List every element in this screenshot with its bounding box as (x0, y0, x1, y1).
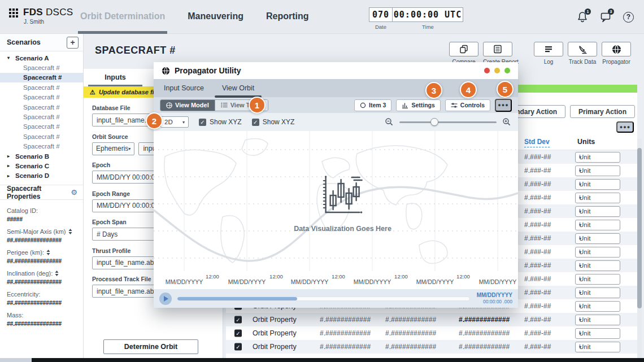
settings-button[interactable]: Settings (396, 99, 440, 111)
track-data-button[interactable]: Track Data (568, 42, 597, 65)
sidebar-item-spacecraft[interactable]: Spacecraft # (0, 132, 83, 141)
unit-select[interactable]: Unit▾ (575, 152, 620, 163)
sort-icon[interactable] (55, 271, 59, 276)
sidebar-item-scenario-a[interactable]: ▾ Scenario A (0, 53, 83, 63)
property-item: Catalog ID: ##### (7, 207, 76, 223)
unit-select[interactable]: Unit▾ (575, 247, 620, 258)
unit-select[interactable]: Unit▾ (575, 342, 620, 352)
unit-select[interactable]: Unit▾ (575, 328, 620, 339)
std-dev-value: #.###-## (524, 329, 551, 337)
table-row: ✓ Orbit Property #.############ #.######… (226, 340, 637, 354)
create-report-button[interactable]: Create Report (483, 42, 512, 65)
modal-more-button[interactable]: ●●● (495, 99, 512, 112)
sidebar-item-spacecraft[interactable]: Spacecraft # (0, 112, 83, 121)
unit-select[interactable]: Unit▾ (575, 287, 620, 298)
show-xyz-checkbox-2[interactable]: ✓ Show XYZ (252, 118, 295, 126)
tab-maneuvering[interactable]: Maneuvering (188, 0, 243, 34)
scrollbar-thumb[interactable] (637, 148, 642, 308)
sidebar-item-spacecraft[interactable]: Spacecraft # (0, 82, 83, 92)
playback-track[interactable] (177, 296, 470, 301)
tab-input-source[interactable]: Input Source (164, 84, 204, 92)
unit-select[interactable]: Unit▾ (575, 165, 620, 176)
modal-view-options: 2D ▾ ✓ Show XYZ ✓ Show XYZ (154, 113, 518, 131)
chevron-down-icon: ▾ (579, 304, 581, 309)
table-row: ✓ Orbit Property #.############ #.######… (226, 326, 637, 340)
chevron-right-icon: ▸ (7, 173, 12, 178)
tab-reporting[interactable]: Reporting (266, 0, 309, 34)
log-button[interactable]: Log (534, 42, 563, 65)
minimize-icon[interactable] (494, 68, 500, 73)
sidebar-item-spacecraft[interactable]: Spacecraft # (0, 73, 83, 82)
column-std-dev[interactable]: Std Dev (524, 138, 550, 147)
datetime-display: 070 Date 00:00:00 UTC Time (369, 7, 463, 30)
tab-inputs[interactable]: Inputs (88, 69, 142, 86)
controls-button[interactable]: Controls (445, 99, 490, 111)
row-checkbox[interactable]: ✓ (234, 343, 242, 351)
zoom-in-icon[interactable] (502, 117, 511, 127)
row-checkbox[interactable]: ✓ (234, 330, 242, 337)
property-value: ##.############### (7, 278, 76, 285)
add-scenario-button[interactable]: + (67, 37, 79, 49)
row-checkbox[interactable]: ✓ (234, 316, 242, 324)
propagator-button[interactable]: Propagator (602, 42, 631, 65)
unit-select[interactable]: Unit▾ (575, 179, 620, 190)
sidebar-item-spacecraft[interactable]: Spacecraft # (0, 93, 83, 102)
unit-select[interactable]: Unit▾ (575, 260, 620, 271)
page-actions: Compare Create Report L (449, 42, 631, 65)
close-icon[interactable] (484, 68, 490, 73)
play-button[interactable] (159, 293, 172, 305)
date-value: 070 (369, 7, 393, 22)
top-bar: FDS DSCS J. Smith Orbit DeterminationMan… (0, 0, 644, 34)
globe-icon (612, 45, 621, 54)
property-item: Perigee (km): ##.############### (7, 249, 76, 264)
annotation-marker-3: 3 (425, 82, 442, 99)
vertical-scrollbar[interactable] (637, 139, 642, 358)
unit-select[interactable]: Unit▾ (575, 193, 620, 203)
unit-select[interactable]: Unit▾ (575, 315, 620, 325)
annotation-marker-1: 1 (249, 97, 266, 114)
std-dev-value: #.###-## (524, 302, 551, 310)
tab-view-orbit[interactable]: View Orbit (222, 84, 254, 92)
show-xyz-checkbox-1[interactable]: ✓ Show XYZ (199, 118, 242, 126)
maximize-icon[interactable] (504, 68, 510, 73)
sidebar-item-scenario[interactable]: ▸ Scenario C (0, 161, 83, 171)
user-name: J. Smith (24, 19, 73, 25)
help-button[interactable]: ? (623, 12, 634, 23)
orbit-source-select[interactable]: Ephemeris▾ (92, 142, 134, 155)
sidebar-item-spacecraft[interactable]: Spacecraft # (0, 122, 83, 132)
item3-button[interactable]: Item 3 (354, 99, 391, 111)
gear-icon[interactable]: ⚙ (71, 189, 77, 196)
propagator-utility-modal: Propagator Utility Input Source View Orb… (154, 62, 518, 308)
determine-orbit-button[interactable]: Determine Orbit (103, 339, 198, 354)
notifications-badge: 1 (585, 8, 591, 15)
unit-select[interactable]: Unit▾ (575, 220, 620, 230)
sort-icon[interactable] (68, 229, 72, 234)
primary-action-button[interactable]: Primary Action (570, 105, 635, 118)
map-area[interactable]: Data Visualization Goes Here MM/DD/YYYYM… (154, 131, 518, 289)
playback-progress (177, 297, 297, 300)
unit-select[interactable]: Unit▾ (575, 233, 620, 244)
unit-select[interactable]: Unit▾ (575, 301, 620, 312)
tab-orbit-determination[interactable]: Orbit Determination (80, 0, 165, 34)
sidebar-item-spacecraft[interactable]: Spacecraft # (0, 63, 83, 72)
view-model-button[interactable]: View Model (160, 100, 215, 111)
table-more-button[interactable]: ●●● (616, 121, 634, 133)
messages-button[interactable]: 3 (600, 11, 611, 23)
sidebar-item-scenario[interactable]: ▸ Scenario B (0, 151, 83, 161)
notifications-button[interactable]: 1 (577, 11, 588, 23)
dimension-select[interactable]: 2D ▾ (160, 116, 189, 128)
zoom-out-icon[interactable] (385, 117, 394, 127)
column-units: Units (577, 138, 595, 146)
zoom-slider-handle[interactable] (430, 118, 438, 126)
sidebar-item-spacecraft[interactable]: Spacecraft # (0, 102, 83, 112)
sidebar-item-scenario[interactable]: ▸ Scenario D (0, 171, 83, 181)
unit-select[interactable]: Unit▾ (575, 206, 620, 217)
sidebar-item-spacecraft[interactable]: Spacecraft # (0, 142, 83, 151)
sort-icon[interactable] (46, 250, 50, 255)
zoom-slider[interactable] (399, 118, 497, 126)
row-label: Orbit Property (253, 329, 297, 337)
unit-select[interactable]: Unit▾ (575, 274, 620, 285)
date-tick: MM/DD/YYYY (479, 278, 517, 285)
std-dev-value: #.###-## (524, 275, 551, 283)
compare-button[interactable]: Compare (449, 42, 478, 65)
